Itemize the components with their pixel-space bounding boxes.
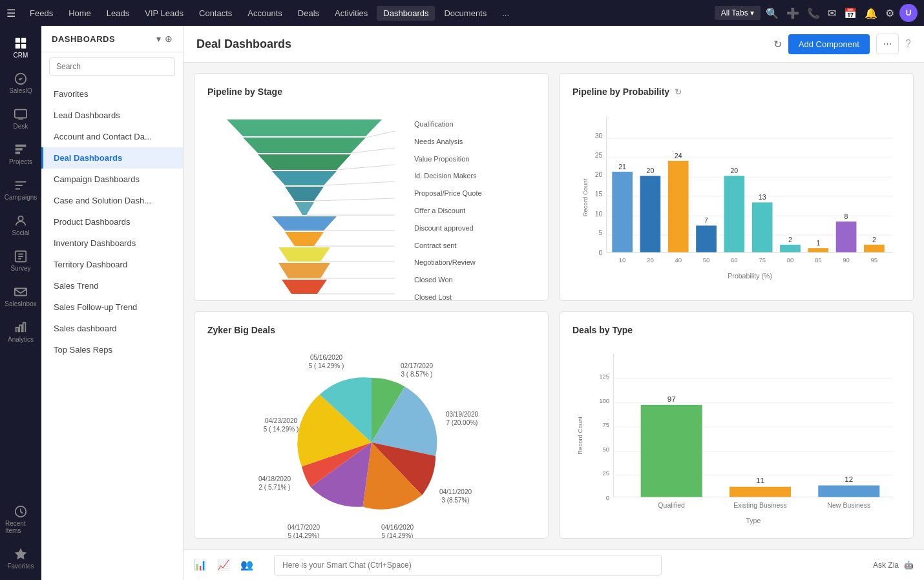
nav-list-item-followup[interactable]: Sales Follow-up Trend	[41, 296, 183, 318]
nav-accounts[interactable]: Accounts	[241, 6, 288, 21]
svg-rect-1	[21, 38, 26, 43]
nav-home[interactable]: Home	[62, 6, 98, 21]
page-title: Deal Dashboards	[196, 37, 291, 51]
sidebar-search[interactable]	[49, 57, 175, 76]
nav-list-item-case[interactable]: Case and Solution Dash...	[41, 190, 183, 211]
funnel-label-negotiation: Negotiation/Review	[414, 258, 482, 266]
ask-zia-label: Ask Zia	[873, 561, 899, 570]
svg-rect-109	[641, 404, 702, 497]
main-content: Deal Dashboards ↻ Add Component ··· ? Pi…	[184, 26, 924, 580]
svg-rect-113	[818, 485, 879, 497]
svg-rect-111	[730, 486, 791, 497]
svg-text:75: 75	[759, 256, 766, 264]
nav-vip-leads[interactable]: VIP Leads	[138, 6, 190, 21]
search-icon[interactable]: 🔍	[763, 5, 781, 22]
phone-icon[interactable]: 📞	[804, 5, 823, 22]
nav-list-item-top-reps[interactable]: Top Sales Reps	[41, 339, 183, 360]
svg-marker-11	[243, 138, 366, 153]
svg-text:Existing Business: Existing Business	[733, 501, 787, 509]
nav-deals[interactable]: Deals	[291, 6, 326, 21]
svg-text:5 ( 14.29% ): 5 ( 14.29% )	[263, 426, 298, 433]
sidebar-item-analytics[interactable]: Analytics	[3, 315, 39, 348]
svg-text:10: 10	[619, 256, 626, 264]
sidebar-item-salesiq[interactable]: SalesIQ	[3, 67, 39, 99]
svg-text:1: 1	[816, 239, 820, 247]
settings-icon[interactable]: ⚙	[883, 5, 897, 22]
nav-more[interactable]: ...	[496, 6, 516, 21]
sidebar-item-favorites[interactable]: Favorites	[3, 542, 39, 575]
svg-text:3 (8.57%): 3 (8.57%)	[441, 497, 469, 504]
smart-chat-input[interactable]	[274, 555, 662, 575]
funnel-label-closed-lost: Closed Lost	[414, 293, 482, 301]
nav-sidebar-dropdown-icon[interactable]: ▾	[156, 34, 161, 44]
add-component-button[interactable]: Add Component	[788, 34, 870, 54]
svg-text:8: 8	[845, 212, 848, 220]
sidebar-item-social[interactable]: Social	[3, 209, 39, 242]
nav-list-item-favorites[interactable]: Favorites	[41, 83, 183, 105]
nav-list-item-territory[interactable]: Territory Dashboard	[41, 254, 183, 275]
svg-point-6	[18, 216, 23, 221]
bottom-dashboard-icon[interactable]: 📈	[217, 559, 230, 571]
calendar-icon[interactable]: 📅	[841, 5, 859, 22]
nav-list-item-deal[interactable]: Deal Dashboards	[41, 147, 183, 169]
nav-sidebar-title: DASHBOARDS	[52, 34, 115, 44]
pipeline-by-probability-card: Pipeline by Probability ↻ 0 5 10 15 20 2…	[559, 73, 914, 301]
avatar[interactable]: U	[899, 4, 918, 22]
svg-text:11: 11	[756, 476, 764, 484]
nav-list-item-inventory[interactable]: Inventory Dashboards	[41, 233, 183, 254]
sidebar-item-desk[interactable]: Desk	[3, 102, 39, 135]
all-tabs-button[interactable]: All Tabs ▾	[715, 6, 761, 20]
svg-rect-58	[752, 202, 773, 252]
funnel-label-qualification: Qualification	[414, 120, 482, 128]
nav-list-item-campaign[interactable]: Campaign Dashboards	[41, 169, 183, 190]
svg-marker-13	[272, 171, 337, 185]
nav-contacts[interactable]: Contacts	[193, 6, 238, 21]
svg-rect-52	[668, 161, 689, 253]
nav-sidebar-add-icon[interactable]: ⊕	[165, 34, 173, 44]
svg-text:25: 25	[602, 469, 609, 476]
nav-list-item-sales-dashboard[interactable]: Sales dashboard	[41, 318, 183, 339]
svg-rect-3	[21, 44, 26, 48]
zia-icon[interactable]: 🤖	[904, 561, 914, 570]
top-nav: ☰ Feeds Home Leads VIP Leads Contacts Ac…	[0, 0, 924, 26]
pipeline-by-stage-title: Pipeline by Stage	[207, 87, 535, 97]
nav-dashboards[interactable]: Dashboards	[377, 6, 435, 21]
nav-feeds[interactable]: Feeds	[23, 6, 59, 21]
svg-line-23	[337, 165, 395, 170]
svg-text:24: 24	[675, 152, 682, 160]
more-options-button[interactable]: ···	[876, 34, 899, 54]
refresh-button[interactable]: ↻	[773, 38, 782, 50]
nav-list-item-lead[interactable]: Lead Dashboards	[41, 105, 183, 126]
svg-text:15: 15	[595, 190, 603, 198]
svg-rect-60	[780, 245, 801, 253]
sidebar-item-recent[interactable]: Recent Items	[3, 499, 39, 539]
hamburger-icon[interactable]: ☰	[6, 7, 16, 19]
sidebar-item-projects[interactable]: Projects	[3, 138, 39, 171]
svg-text:04/17/2020: 04/17/2020	[287, 524, 319, 531]
dashboard-grid: Pipeline by Stage	[184, 63, 924, 549]
funnel-label-closed-won: Closed Won	[414, 276, 482, 284]
probability-refresh-icon[interactable]: ↻	[675, 87, 682, 97]
nav-leads[interactable]: Leads	[100, 6, 136, 21]
bottom-deals-icon[interactable]: 📊	[194, 559, 207, 571]
sidebar-item-salesinbox[interactable]: SalesInbox	[3, 280, 39, 313]
nav-documents[interactable]: Documents	[437, 6, 493, 21]
svg-line-25	[314, 198, 395, 201]
svg-rect-64	[836, 222, 857, 253]
notification-icon[interactable]: 🔔	[862, 5, 880, 22]
svg-text:60: 60	[731, 256, 738, 264]
nav-list-item-product[interactable]: Product Dashboards	[41, 211, 183, 233]
funnel-label-contract: Contract sent	[414, 242, 482, 249]
help-icon[interactable]: ?	[905, 38, 911, 50]
sidebar-item-crm[interactable]: CRM	[3, 31, 39, 64]
add-tab-icon[interactable]: ➕	[784, 5, 802, 22]
nav-list-item-account[interactable]: Account and Contact Da...	[41, 126, 183, 147]
nav-activities[interactable]: Activities	[328, 6, 374, 21]
svg-text:2 ( 5.71% ): 2 ( 5.71% )	[258, 484, 290, 491]
bottom-contacts-icon[interactable]: 👥	[240, 559, 253, 571]
sidebar-item-survey[interactable]: Survey	[3, 244, 39, 277]
svg-marker-10	[227, 119, 382, 136]
sidebar-item-campaigns[interactable]: Campaigns	[3, 173, 39, 206]
mail-icon[interactable]: ✉	[825, 5, 839, 22]
nav-list-item-sales-trend[interactable]: Sales Trend	[41, 275, 183, 296]
